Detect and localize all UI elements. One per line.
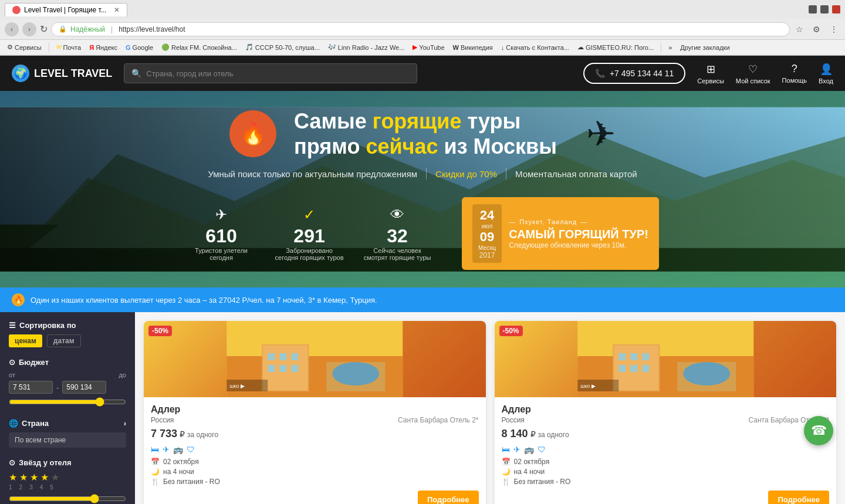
search-icon: 🔍 — [131, 69, 141, 78]
svg-rect-14 — [279, 365, 286, 372]
price-currency: ₽ — [180, 429, 185, 439]
extensions-button[interactable]: ⚙ — [810, 23, 823, 35]
minimize-button[interactable] — [809, 5, 817, 13]
bookmark-wikipedia[interactable]: W Википедия — [451, 43, 495, 52]
sort-by-date-button[interactable]: датам — [47, 334, 81, 347]
browser-title-bar: Level Travel | Горящие т... ✕ — [0, 0, 845, 19]
svg-point-17 — [332, 362, 379, 385]
country-display[interactable]: По всем стране — [9, 432, 126, 448]
search-bar[interactable]: 🔍 Страна, город или отель — [124, 63, 417, 83]
card-city: Адлер — [502, 404, 830, 415]
maximize-button[interactable] — [820, 5, 829, 13]
cards-area: шко ▶ -50% Адлер Россия Санта Барбара От… — [135, 312, 845, 504]
bookmark-more[interactable]: » — [666, 43, 674, 52]
star-1[interactable]: ★ — [9, 472, 17, 483]
card-image: шко ▶ -50% — [144, 321, 486, 397]
stat-booked: ✓ 291 Забронировано сегодня горящих туро… — [274, 207, 344, 261]
card-nights: на 4 ночи — [514, 468, 545, 476]
svg-rect-11 — [279, 353, 286, 360]
scroll-fab-button[interactable]: ☎ — [804, 416, 833, 445]
bookmark-other[interactable]: Другие закладки — [678, 43, 732, 52]
svg-rect-13 — [268, 365, 275, 372]
bookmark-google[interactable]: G Google — [123, 43, 156, 52]
security-label: Надёжный — [70, 25, 105, 33]
budget-from-input[interactable] — [9, 381, 53, 394]
star-4[interactable]: ★ — [40, 472, 49, 483]
bed-icon: 🛏 — [151, 445, 159, 454]
lock-icon: 🔒 — [59, 25, 67, 33]
details-button[interactable]: Подробнее — [768, 491, 829, 504]
services-nav-item[interactable]: ⊞ Сервисы — [697, 63, 724, 84]
bookmark-button[interactable]: ☆ — [793, 23, 806, 35]
deal-date-month: июл — [482, 223, 493, 229]
budget-slider[interactable] — [9, 397, 126, 407]
forward-button[interactable]: › — [22, 22, 36, 36]
bookmark-divider2 — [661, 43, 661, 52]
close-button[interactable] — [832, 5, 840, 13]
reload-button[interactable]: ↻ — [40, 23, 48, 35]
fork-icon: 🍴 — [151, 478, 160, 486]
bookmark-youtube[interactable]: ▶ YouTube — [410, 42, 447, 52]
hero-titles: Самые горящие туры прямо сейчас из Москв… — [294, 109, 557, 159]
stars-slider[interactable] — [9, 494, 126, 503]
bookmark-mail[interactable]: ✉ Почта — [54, 42, 84, 52]
budget-to-input[interactable] — [62, 381, 106, 394]
budget-inputs: - — [9, 381, 126, 394]
card-amenities: 🛏 ✈ 🚌 🛡 — [151, 445, 479, 454]
price-value: 7 733 — [151, 428, 177, 440]
stat-tourists-label: Туристов улетели сегодня — [186, 247, 256, 261]
svg-rect-26 — [642, 353, 649, 360]
url-display[interactable]: https://level.travel/hot — [119, 25, 185, 33]
phone-button[interactable]: 📞 +7 495 134 44 11 — [583, 63, 685, 84]
chevron-right-icon: › — [124, 419, 126, 428]
wishlist-label: Мой список — [736, 77, 770, 84]
tab-close-button[interactable]: ✕ — [114, 6, 120, 14]
bookmark-relax[interactable]: 🟢 Relax FM. Спокойна... — [159, 42, 239, 52]
bookmark-services[interactable]: ⚙ Сервисы — [5, 42, 44, 52]
star-2[interactable]: ★ — [19, 472, 28, 483]
svg-text:шко ▶: шко ▶ — [229, 383, 245, 389]
deal-dates: 24 июл 09 Месяц 2017 — [472, 204, 502, 263]
card-nights-row: 🌙 на 4 ночи — [151, 468, 479, 476]
sort-section: ☰ Сортировка по ценам датам — [9, 321, 126, 347]
user-icon: 👤 — [820, 63, 833, 76]
sort-by-price-button[interactable]: ценам — [9, 334, 42, 347]
logo-text: LEVEL TRAVEL — [34, 67, 112, 80]
hero-title-line1: Самые горящие туры — [294, 109, 557, 134]
stats-row: ✈ 610 Туристов улетели сегодня ✓ 291 Заб… — [23, 197, 822, 270]
bookmark-yandex[interactable]: Я Яндекс — [87, 43, 120, 52]
browser-action-area: ☆ ⚙ ⋮ — [793, 23, 840, 35]
back-button[interactable]: ‹ — [5, 22, 19, 36]
check-stat-icon: ✓ — [303, 207, 315, 223]
phone-number: +7 495 134 44 11 — [610, 69, 674, 78]
wishlist-nav-item[interactable]: ♡ Мой список — [736, 63, 770, 84]
stat-tourists-number: 610 — [205, 225, 236, 247]
ticker-bar: 🔥 Один из наших клиентов вылетает через … — [0, 287, 845, 312]
card-date: 02 октября — [514, 458, 550, 466]
address-bar[interactable]: 🔒 Надёжный | https://level.travel/hot — [51, 22, 790, 36]
budget-separator: - — [56, 383, 59, 392]
details-button[interactable]: Подробнее — [418, 491, 479, 504]
card-country: Россия — [151, 416, 174, 424]
country-title: 🌐 Страна › — [9, 419, 126, 428]
grid-icon: ⊞ — [707, 63, 715, 76]
card-city: Адлер — [151, 404, 479, 415]
browser-tab[interactable]: Level Travel | Горящие т... ✕ — [5, 3, 127, 16]
bookmark-linn[interactable]: 🎶 Linn Radio - Jazz We... — [326, 42, 407, 52]
bookmark-divider — [49, 43, 49, 52]
subtitle-divider1 — [426, 168, 427, 180]
star-3[interactable]: ★ — [30, 472, 38, 483]
login-nav-item[interactable]: 👤 Вход — [819, 63, 833, 84]
bookmark-cccp[interactable]: 🎵 СССР 50-70, слуша... — [243, 42, 322, 52]
svg-text:шко ▶: шко ▶ — [580, 383, 596, 389]
bookmark-gismeteo[interactable]: ☁ GISMETEO.RU: Пого... — [575, 42, 656, 52]
bus-icon: 🚌 — [524, 445, 534, 454]
logo[interactable]: 🌍 LEVEL TRAVEL — [12, 65, 112, 82]
card-amenities: 🛏 ✈ 🚌 🛡 — [502, 445, 830, 454]
globe-filter-icon: 🌐 — [9, 419, 18, 428]
help-nav-item[interactable]: ? Помощь — [782, 63, 807, 84]
menu-button[interactable]: ⋮ — [827, 23, 840, 35]
bookmark-vk[interactable]: ↓ Скачать с Контакта... — [499, 43, 572, 52]
card-price: 7 733 ₽ за одного — [151, 428, 479, 440]
star-5[interactable]: ★ — [51, 472, 59, 483]
